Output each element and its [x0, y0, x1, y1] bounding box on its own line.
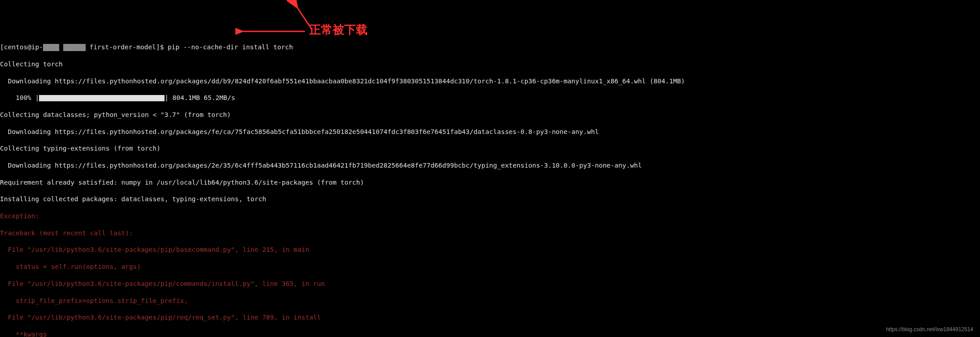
progress-line: 100% || 804.1MB 65.2MB/s [0, 94, 980, 102]
prompt-prefix: [centos@ip- [0, 43, 43, 51]
output-line: Collecting typing-extensions (from torch… [0, 144, 980, 153]
error-line: **kwargs [0, 330, 980, 337]
command-text: pip --no-cache-dir install torch [168, 43, 293, 51]
output-line: Collecting dataclasses; python_version <… [0, 111, 980, 119]
progress-stats: | 804.1MB 65.2MB/s [165, 94, 235, 101]
error-line: strip_file_prefix=options.strip_file_pre… [0, 297, 980, 305]
output-line: Collecting torch [0, 60, 980, 69]
terminal-output: [centos@ip- first-order-model]$ pip --no… [0, 34, 980, 337]
redacted-ip-2 [63, 44, 86, 51]
redacted-ip-1 [43, 44, 59, 51]
output-line: Requirement already satisfied: numpy in … [0, 178, 980, 187]
prompt-suffix: first-order-model]$ [86, 43, 168, 51]
progress-bar [39, 95, 165, 101]
annotation-text: 正常被下载 [309, 22, 368, 38]
error-line: Traceback (most recent call last): [0, 229, 980, 238]
prompt-line: [centos@ip- first-order-model]$ pip --no… [0, 43, 980, 52]
error-line: Exception: [0, 212, 980, 220]
output-line: Downloading https://files.pythonhosted.o… [0, 128, 980, 136]
watermark-text: https://blog.csdn.net/lxw1844912514 [886, 326, 973, 333]
output-line: Installing collected packages: dataclass… [0, 195, 980, 203]
error-line: File "/usr/lib/python3.6/site-packages/p… [0, 246, 980, 254]
error-line: File "/usr/lib/python3.6/site-packages/p… [0, 313, 980, 322]
error-line: status = self.run(options, args) [0, 263, 980, 271]
progress-percent: 100% | [0, 94, 39, 101]
error-line: File "/usr/lib/python3.6/site-packages/p… [0, 280, 980, 288]
output-line: Downloading https://files.pythonhosted.o… [0, 161, 980, 170]
output-line: Downloading https://files.pythonhosted.o… [0, 77, 980, 86]
